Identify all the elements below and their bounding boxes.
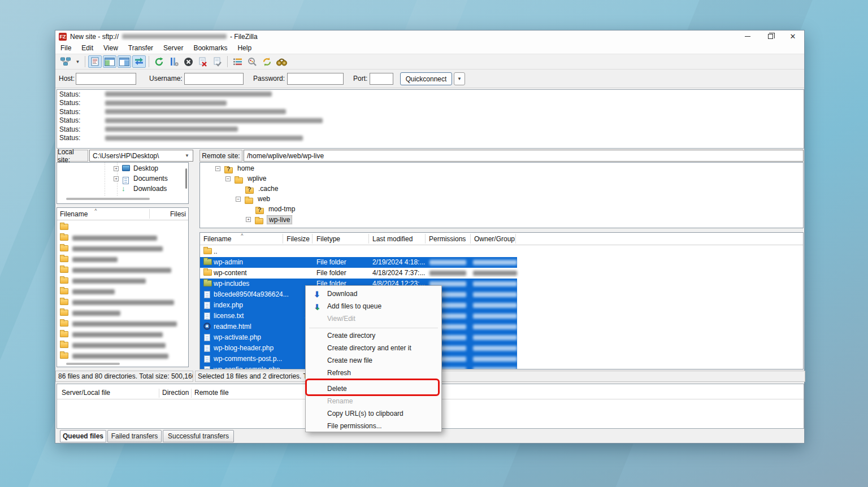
column-separator[interactable] [191, 389, 192, 398]
toggle-transfer-queue-button[interactable] [132, 55, 146, 68]
username-input[interactable] [184, 73, 244, 85]
local-file-row[interactable] [57, 340, 188, 351]
horizontal-scrollbar[interactable] [66, 363, 120, 365]
collapse-icon[interactable]: − [225, 176, 231, 181]
remote-tree-item-wp-live[interactable]: + wp-live [200, 215, 803, 225]
local-file-row[interactable] [57, 308, 188, 319]
local-file-row[interactable] [57, 276, 188, 286]
local-tree-item-desktop[interactable]: + Desktop [57, 164, 188, 174]
horizontal-scrollbar[interactable] [66, 198, 150, 200]
menu-bookmarks[interactable]: Bookmarks [188, 43, 232, 53]
quickconnect-dropdown[interactable]: ▼ [454, 72, 465, 85]
remote-file-row[interactable]: .. [200, 246, 803, 257]
vertical-scrollbar[interactable] [185, 168, 187, 189]
column-direction[interactable]: Direction [162, 389, 189, 397]
expand-icon[interactable]: + [114, 176, 119, 181]
remote-file-row[interactable]: wp-content File folder 4/18/2024 7:37:..… [200, 268, 803, 279]
remote-file-row-selected[interactable]: readme.html [200, 321, 803, 332]
column-separator[interactable] [149, 209, 150, 219]
cancel-button[interactable] [181, 55, 195, 68]
menu-item-add-files-to-queue[interactable]: ⬇ Add files to queue [306, 301, 441, 313]
remote-file-row-selected[interactable]: wp-blog-header.php [200, 343, 803, 354]
collapse-icon[interactable]: − [215, 166, 220, 171]
menu-item-file-permissions[interactable]: File permissions... [306, 420, 441, 433]
tab-failed-transfers[interactable]: Failed transfers [107, 430, 162, 442]
remote-file-row-selected[interactable]: wp-config-sample.php [200, 364, 803, 369]
local-file-row[interactable] [57, 329, 188, 340]
menu-item-copy-urls[interactable]: Copy URL(s) to clipboard [306, 408, 441, 420]
column-separator[interactable] [283, 234, 283, 244]
site-manager-button[interactable] [59, 55, 72, 68]
local-file-row[interactable] [57, 319, 188, 329]
menu-view[interactable]: View [98, 43, 123, 53]
refresh-button[interactable] [152, 55, 166, 68]
toggle-message-log-button[interactable] [88, 55, 102, 68]
remote-file-row-selected[interactable]: license.txt 1 [200, 311, 803, 321]
expand-icon[interactable]: + [246, 217, 251, 222]
collapse-icon[interactable]: − [236, 197, 241, 202]
remote-file-row-selected[interactable]: b8cede8950f4a936624... [200, 289, 803, 300]
menu-server[interactable]: Server [158, 43, 188, 53]
tab-successful-transfers[interactable]: Successful transfers [163, 430, 234, 442]
menu-item-create-directory[interactable]: Create directory [306, 330, 441, 342]
minimize-button[interactable] [736, 31, 759, 42]
close-button[interactable]: ✕ [782, 31, 804, 42]
filter-button[interactable] [231, 55, 244, 68]
password-input[interactable] [287, 73, 344, 85]
column-separator[interactable] [425, 234, 426, 244]
menu-item-create-directory-and-enter[interactable]: Create directory and enter it [306, 342, 441, 355]
menu-item-refresh[interactable]: Refresh [306, 367, 441, 380]
restore-button[interactable] [759, 31, 782, 42]
remote-file-row-selected[interactable]: index.php [200, 300, 803, 311]
remote-tree-item-mod-tmp[interactable]: ? mod-tmp [200, 205, 803, 215]
column-owner-group[interactable]: Owner/Group [474, 235, 515, 243]
remote-tree-item-cache[interactable]: ? .cache [200, 184, 803, 194]
synchronized-browsing-button[interactable] [260, 55, 274, 68]
column-filesize[interactable]: Filesi [170, 210, 186, 218]
remote-tree-item-home[interactable]: − ? home [200, 164, 803, 174]
column-separator[interactable] [159, 389, 159, 398]
local-site-combobox[interactable]: C:\Users\HP\Desktop\ ▼ [89, 150, 193, 162]
expand-icon[interactable]: + [114, 166, 119, 171]
quickconnect-button[interactable]: Quickconnect [400, 72, 452, 85]
local-file-row[interactable] [57, 233, 188, 244]
toggle-local-tree-button[interactable] [103, 55, 116, 68]
menu-edit[interactable]: Edit [76, 43, 98, 53]
disconnect-button[interactable] [196, 55, 210, 68]
chevron-down-icon[interactable]: ▼ [183, 151, 192, 160]
column-filename[interactable]: Filename [203, 235, 231, 243]
port-input[interactable] [370, 73, 393, 85]
process-queue-button[interactable] [167, 55, 180, 68]
remote-site-combobox[interactable]: /home/wplive/web/wp-live [244, 150, 804, 162]
menu-transfer[interactable]: Transfer [123, 43, 158, 53]
column-last-modified[interactable]: Last modified [372, 235, 413, 243]
column-server-local-file[interactable]: Server/Local file [62, 389, 110, 397]
column-separator[interactable] [312, 234, 313, 244]
local-file-row[interactable] [57, 351, 188, 362]
column-filesize[interactable]: Filesize [286, 235, 310, 243]
local-tree-item-downloads[interactable]: ↓ Downloads [57, 184, 188, 194]
column-remote-file[interactable]: Remote file [194, 389, 229, 397]
local-file-row[interactable] [57, 244, 188, 254]
local-file-row[interactable] [57, 297, 188, 308]
remote-file-row-selected[interactable]: wp-admin File folder 2/19/2024 4:18:... [200, 257, 803, 268]
site-manager-dropdown[interactable]: ▼ [73, 55, 82, 68]
title-bar[interactable]: FZ New site - sftp:// - FileZilla ✕ [55, 31, 804, 42]
local-tree-item-documents[interactable]: + Documents [57, 174, 188, 184]
column-separator[interactable] [470, 234, 471, 244]
host-input[interactable] [76, 73, 136, 85]
column-filetype[interactable]: Filetype [316, 235, 340, 243]
column-filename[interactable]: Filename [60, 210, 88, 218]
column-permissions[interactable]: Permissions [429, 235, 466, 243]
menu-help[interactable]: Help [232, 43, 257, 53]
remote-tree-item-web[interactable]: − web [200, 194, 803, 205]
menu-item-create-new-file[interactable]: Create new file [306, 355, 441, 367]
directory-comparison-button[interactable] [245, 55, 259, 68]
toggle-remote-tree-button[interactable] [118, 55, 131, 68]
column-separator[interactable] [515, 234, 516, 244]
reconnect-button[interactable] [211, 55, 224, 68]
remote-file-row-selected[interactable]: wp-activate.php [200, 332, 803, 343]
remote-file-row-selected[interactable]: wp-includes File folder 4/8/2024 12:23:.… [200, 279, 803, 289]
menu-file[interactable]: File [55, 43, 76, 53]
tab-queued-files[interactable]: Queued files [60, 430, 106, 442]
